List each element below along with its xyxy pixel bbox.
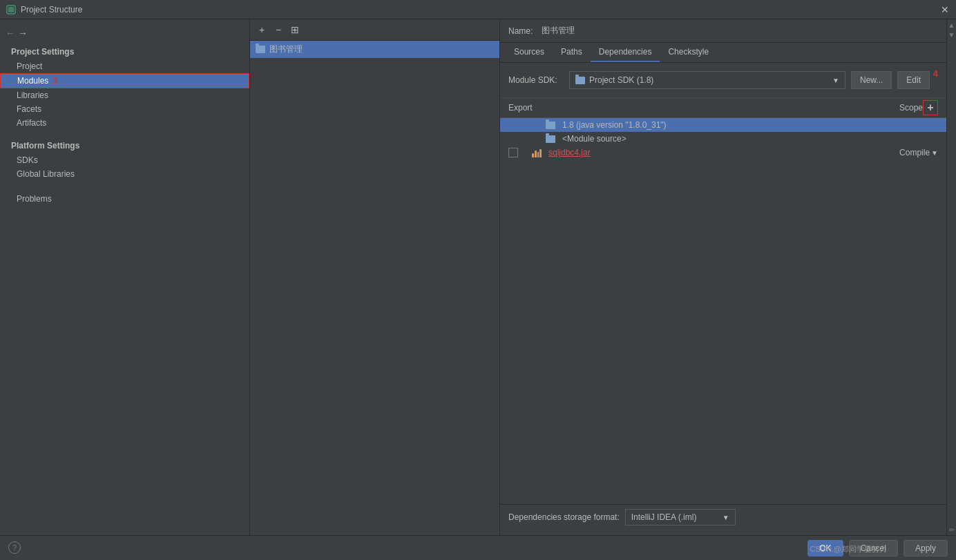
- dependency-row-jdk[interactable]: 1.8 (java version "1.8.0_31"): [500, 118, 946, 132]
- apply-button[interactable]: Apply: [904, 540, 948, 557]
- sdk-value: Project SDK (1.8): [589, 75, 653, 85]
- storage-format-dropdown[interactable]: IntelliJ IDEA (.iml) ▼: [625, 509, 736, 525]
- module-source-name: <Module source>: [562, 134, 935, 144]
- module-toolbar: + − ⊞: [250, 19, 499, 41]
- watermark: CSDN.@郑同学要努力: [810, 544, 887, 554]
- sqljdbc4-checkbox[interactable]: [508, 148, 518, 157]
- sdk-label: Module SDK:: [508, 75, 564, 85]
- main-container: ← → Project Settings Project Modules 3 L…: [0, 19, 956, 535]
- dependencies-section: Module SDK: Project SDK (1.8) ▼ New... E…: [500, 63, 946, 535]
- module-name: 图书管理: [269, 44, 303, 55]
- window-title: Project Structure: [21, 5, 82, 15]
- platform-settings-title: Platform Settings: [0, 138, 249, 153]
- add-dependency-button[interactable]: +: [923, 100, 938, 115]
- bottom-left: ?: [8, 535, 21, 560]
- tab-dependencies[interactable]: Dependencies: [591, 43, 660, 62]
- forward-arrow[interactable]: →: [18, 28, 28, 39]
- storage-format-label: Dependencies storage format:: [508, 512, 620, 522]
- storage-format-value: IntelliJ IDEA (.iml): [631, 512, 697, 522]
- storage-dropdown-arrow: ▼: [723, 514, 729, 521]
- dependency-row-module-source[interactable]: <Module source>: [500, 132, 946, 146]
- sqljdbc4-scope: Compile: [899, 148, 930, 157]
- tab-paths[interactable]: Paths: [553, 43, 591, 62]
- remove-module-button[interactable]: −: [271, 22, 286, 37]
- sidebar: ← → Project Settings Project Modules 3 L…: [0, 19, 250, 535]
- title-bar: Project Structure ✕: [0, 0, 956, 19]
- dependency-spacer: [500, 160, 946, 504]
- sidebar-item-artifacts[interactable]: Artifacts: [0, 116, 249, 130]
- module-list: 图书管理: [250, 41, 499, 535]
- sidebar-item-sdks[interactable]: SDKs: [0, 153, 249, 167]
- content-panel: Name: 图书管理 Sources Paths Dependencies Ch…: [500, 19, 946, 535]
- scroll-down-arrow[interactable]: ▼: [948, 30, 956, 39]
- tabs-bar: Sources Paths Dependencies Checkstyle: [500, 43, 946, 63]
- sidebar-item-facets[interactable]: Facets: [0, 102, 249, 116]
- jdk-folder-icon: [546, 122, 555, 129]
- sidebar-item-problems[interactable]: Problems: [0, 192, 249, 206]
- tab-checkstyle[interactable]: Checkstyle: [660, 43, 717, 62]
- badge-4: 4: [933, 68, 938, 79]
- back-arrow[interactable]: ←: [6, 28, 15, 39]
- svg-rect-1: [8, 7, 14, 12]
- right-scroll-panel: ▲ ▼ ✏: [946, 19, 956, 535]
- bottom-bar: ? CSDN.@郑同学要努力 OK Cancel Apply: [0, 535, 956, 560]
- modules-badge: 3: [52, 76, 57, 86]
- storage-format-row: Dependencies storage format: IntelliJ ID…: [500, 504, 946, 530]
- dependency-row-sqljdbc4[interactable]: sqljdbc4.jar Compile ▼: [500, 146, 946, 160]
- name-row: Name: 图书管理: [500, 19, 946, 43]
- sqljdbc4-name: sqljdbc4.jar: [548, 148, 897, 157]
- module-folder-icon: [256, 46, 265, 53]
- sidebar-item-modules[interactable]: Modules 3: [0, 73, 249, 88]
- sidebar-item-libraries[interactable]: Libraries: [0, 88, 249, 102]
- sdk-folder-icon: [575, 77, 585, 84]
- edit-sdk-button[interactable]: Edit: [897, 71, 930, 89]
- sdk-row: Module SDK: Project SDK (1.8) ▼ New... E…: [500, 68, 946, 92]
- scroll-edit-button[interactable]: ✏: [948, 525, 956, 534]
- copy-module-button[interactable]: ⊞: [287, 22, 303, 37]
- project-settings-title: Project Settings: [0, 44, 249, 59]
- module-list-panel: + − ⊞ 图书管理: [250, 19, 500, 535]
- module-item-tubiguanli[interactable]: 图书管理: [250, 41, 499, 58]
- help-button[interactable]: ?: [8, 541, 21, 554]
- sidebar-item-global-libraries[interactable]: Global Libraries: [0, 167, 249, 181]
- scroll-up-arrow[interactable]: ▲: [948, 21, 956, 29]
- sidebar-item-project[interactable]: Project: [0, 59, 249, 73]
- jdk-name: 1.8 (java version "1.8.0_31"): [562, 120, 935, 130]
- sdk-dropdown[interactable]: Project SDK (1.8) ▼: [569, 71, 845, 89]
- sqljdbc4-export-cell: [508, 148, 529, 157]
- jar-icon: [532, 148, 542, 157]
- scope-header: Scope: [868, 103, 923, 113]
- add-module-button[interactable]: +: [254, 22, 269, 37]
- modules-label: Modules: [17, 76, 48, 86]
- nav-arrows: ← →: [0, 25, 249, 41]
- export-col-header: Export: [508, 103, 543, 113]
- app-icon: [6, 4, 17, 15]
- new-sdk-button[interactable]: New...: [851, 71, 892, 89]
- sdk-dropdown-arrow: ▼: [832, 77, 839, 84]
- name-label: Name:: [508, 26, 536, 36]
- scope-dropdown-arrow: ▼: [931, 149, 938, 157]
- sqljdbc4-scope-container[interactable]: Compile ▼: [899, 148, 938, 157]
- close-button[interactable]: ✕: [939, 4, 950, 15]
- tab-sources[interactable]: Sources: [506, 43, 553, 62]
- module-name-value: 图书管理: [542, 25, 575, 37]
- module-source-folder-icon: [546, 135, 555, 143]
